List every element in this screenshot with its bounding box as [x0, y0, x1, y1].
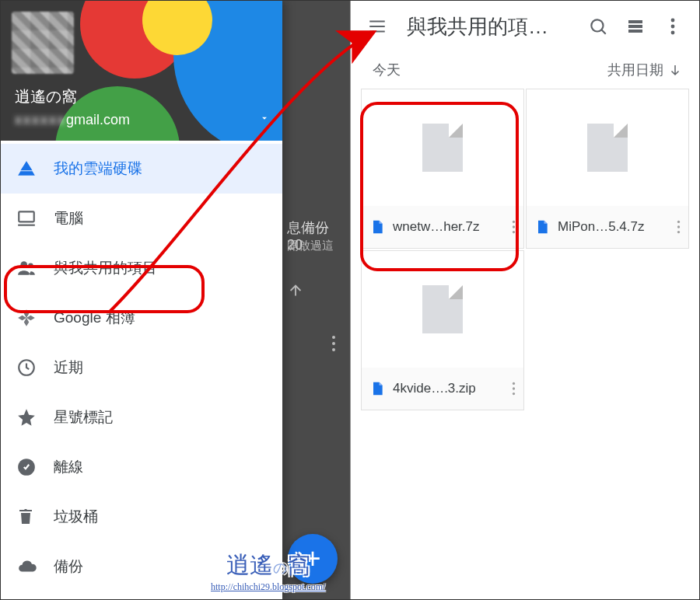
svg-point-1: [332, 342, 335, 345]
view-toggle-button[interactable]: [617, 17, 654, 36]
nav-label: 與我共用的項目: [54, 258, 157, 278]
clock-icon: [16, 358, 54, 378]
svg-point-15: [513, 221, 515, 223]
offline-icon: [16, 457, 54, 477]
cloud-icon: [16, 556, 54, 577]
svg-point-19: [677, 225, 680, 228]
svg-rect-3: [19, 211, 34, 222]
file-name: MiPon…5.4.7z: [558, 219, 669, 235]
peek-more-icon: [331, 335, 336, 352]
search-button[interactable]: [579, 16, 617, 37]
svg-point-13: [671, 25, 675, 29]
account-block[interactable]: 逍遙の窩 xxxxxxgmail.com: [15, 86, 130, 128]
list-subheader: 今天 共用日期: [351, 52, 699, 88]
nav-shared-with-me[interactable]: 與我共用的項目: [1, 243, 282, 293]
sort-label: 共用日期: [607, 61, 663, 79]
nav-label: 垃圾桶: [54, 507, 98, 527]
nav-photos[interactable]: Google 相簿: [1, 293, 282, 343]
svg-point-5: [28, 263, 33, 269]
file-preview: [362, 251, 523, 368]
nav-label: 近期: [54, 358, 83, 378]
account-name: 逍遙の窩: [15, 86, 130, 107]
nav-label: 備份: [54, 556, 83, 577]
generic-file-icon: [587, 124, 628, 172]
avatar[interactable]: [12, 12, 74, 74]
file-more-button[interactable]: [512, 220, 516, 234]
svg-point-17: [513, 231, 515, 233]
svg-point-20: [677, 231, 680, 233]
nav-offline[interactable]: 離線: [1, 442, 282, 492]
svg-point-16: [513, 225, 515, 228]
svg-point-18: [677, 221, 680, 223]
file-more-button[interactable]: [677, 220, 681, 234]
nav-starred[interactable]: 星號標記: [1, 392, 282, 442]
nav-my-drive[interactable]: 我的雲端硬碟: [1, 144, 282, 194]
account-email: xxxxxxgmail.com: [15, 112, 130, 128]
svg-point-23: [513, 392, 515, 395]
left-screenshot: 息備份 20 開啟過這 + 逍遙の窩 xxxxxxgmail.com: [1, 1, 351, 599]
nav-label: 我的雲端硬碟: [54, 159, 142, 179]
file-more-button[interactable]: [512, 382, 516, 396]
drive-icon: [16, 159, 54, 179]
file-card[interactable]: wnetw…her.7z: [361, 89, 524, 249]
right-screenshot: 與我共用的項… 今天 共用日期 wnetw…her.: [351, 1, 699, 599]
file-type-icon: [369, 218, 385, 236]
trash-icon: [16, 507, 54, 527]
sort-control[interactable]: 共用日期: [607, 61, 682, 79]
svg-point-0: [332, 336, 335, 339]
computer-icon: [16, 208, 54, 228]
app-topbar: 與我共用的項…: [351, 1, 699, 52]
nav-computers[interactable]: 電腦: [1, 194, 282, 243]
svg-point-4: [20, 261, 27, 268]
file-preview: [362, 89, 523, 206]
svg-point-2: [332, 348, 335, 351]
svg-rect-9: [628, 20, 642, 23]
svg-point-22: [513, 387, 515, 389]
svg-point-14: [671, 31, 675, 35]
nav-label: Google 相簿: [54, 308, 135, 328]
drawer-header[interactable]: 逍遙の窩 xxxxxxgmail.com: [1, 1, 282, 141]
nav-label: 星號標記: [54, 407, 113, 427]
watermark: 逍遙の窩 http://chihchi29.blogspot.com/: [211, 549, 325, 593]
file-type-icon: [534, 218, 550, 236]
generic-file-icon: [422, 124, 463, 172]
menu-button[interactable]: [359, 16, 396, 37]
svg-point-12: [671, 19, 675, 23]
section-label: 今天: [373, 61, 401, 79]
file-name: wnetw…her.7z: [393, 219, 504, 235]
peek-upload-icon: [287, 282, 344, 299]
peek-folder-subtitle: 開啟過這: [287, 239, 344, 253]
nav-recent[interactable]: 近期: [1, 343, 282, 392]
page-title: 與我共用的項…: [396, 13, 579, 40]
svg-rect-10: [628, 25, 642, 28]
generic-file-icon: [422, 285, 463, 333]
svg-rect-11: [628, 30, 642, 33]
file-type-icon: [369, 379, 385, 398]
people-icon: [16, 258, 54, 278]
svg-point-21: [513, 382, 515, 385]
arrow-down-icon: [668, 63, 682, 77]
nav-label: 電腦: [54, 208, 83, 228]
svg-point-8: [591, 19, 603, 31]
file-name: 4kvide….3.zip: [393, 381, 504, 396]
nav-list: 我的雲端硬碟 電腦 與我共用的項目: [1, 141, 282, 591]
file-card[interactable]: MiPon…5.4.7z: [526, 89, 689, 249]
file-preview: [527, 89, 688, 206]
account-chevron-icon[interactable]: [259, 113, 270, 124]
nav-trash[interactable]: 垃圾桶: [1, 492, 282, 542]
file-card[interactable]: 4kvide….3.zip: [361, 250, 524, 410]
overflow-button[interactable]: [654, 18, 691, 35]
file-grid: wnetw…her.7z MiPon…5.4.7z: [351, 88, 699, 411]
nav-label: 離線: [54, 457, 83, 477]
photos-icon: [16, 308, 54, 328]
star-icon: [16, 407, 54, 427]
nav-drawer: 逍遙の窩 xxxxxxgmail.com 我的雲端硬碟: [1, 1, 282, 599]
